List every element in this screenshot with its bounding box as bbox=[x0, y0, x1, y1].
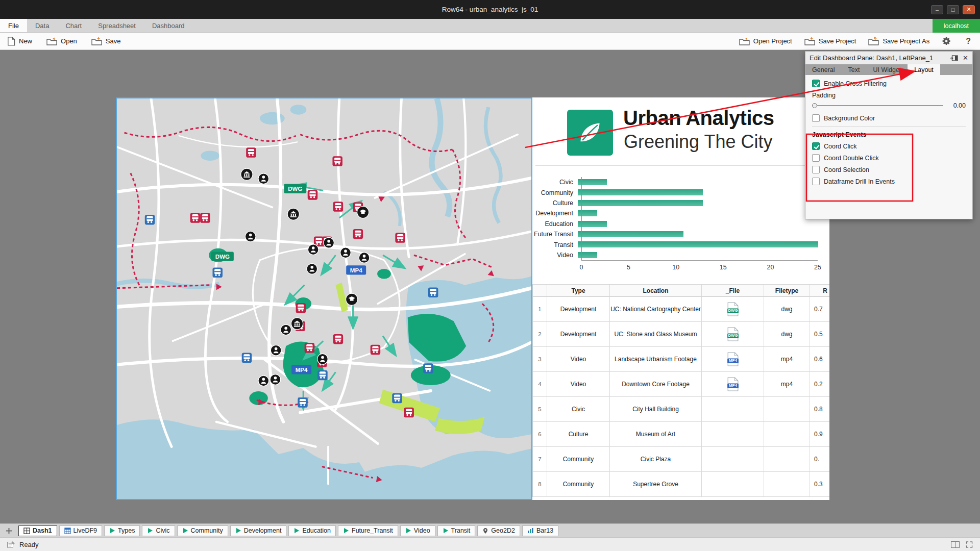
cell-row-number[interactable]: 1 bbox=[533, 297, 547, 322]
cell-filetype[interactable] bbox=[764, 447, 810, 472]
save-project-button[interactable]: Save Project bbox=[804, 37, 856, 45]
map-marker-bank[interactable] bbox=[287, 208, 299, 220]
map-marker-bus-blue[interactable] bbox=[298, 397, 307, 408]
cell-type[interactable]: Video bbox=[547, 372, 610, 397]
table-row[interactable]: 8CommunitySupertree Grove0.3 bbox=[533, 472, 829, 497]
checkbox-background-color[interactable]: Background Color bbox=[812, 114, 966, 122]
map-marker-dwg[interactable]: DWG bbox=[211, 252, 234, 261]
table-header--file[interactable]: _File bbox=[702, 285, 764, 297]
table-row[interactable]: 2DevelopmentUC: Stone and Glass MuseumDW… bbox=[533, 322, 829, 347]
chart-bar-civic[interactable] bbox=[578, 179, 607, 185]
chart-bar-future-transit[interactable] bbox=[578, 231, 683, 237]
map-marker-bus-red[interactable] bbox=[371, 345, 380, 355]
map-marker-bus-blue[interactable] bbox=[212, 268, 222, 278]
sheet-tab-video[interactable]: Video bbox=[400, 525, 435, 536]
cell-type[interactable]: Video bbox=[547, 347, 610, 372]
table-row[interactable]: 6CultureMuseum of Art0.9 bbox=[533, 422, 829, 447]
panel-tab-general[interactable]: General bbox=[805, 64, 841, 75]
checkbox-coord-click[interactable]: Coord Click bbox=[812, 142, 966, 150]
cell-file[interactable] bbox=[702, 447, 764, 472]
dataframe-drill-in-events-checkbox[interactable] bbox=[812, 178, 820, 185]
cell-r[interactable]: 0.8 bbox=[810, 397, 829, 422]
chart-bar-video[interactable] bbox=[578, 252, 597, 258]
close-button[interactable]: ✕ bbox=[963, 5, 975, 14]
cell-location[interactable]: Downtown Core Footage bbox=[610, 372, 702, 397]
cell-file[interactable]: DWG bbox=[702, 322, 764, 347]
map-marker-bus-red[interactable] bbox=[305, 343, 314, 353]
cell-filetype[interactable]: mp4 bbox=[764, 372, 810, 397]
sheet-tab-transit[interactable]: Transit bbox=[437, 525, 476, 536]
sheet-tab-community[interactable]: Community bbox=[177, 525, 228, 536]
map-marker-bus-red[interactable] bbox=[308, 190, 317, 200]
chart-bar-transit[interactable] bbox=[578, 241, 818, 247]
cell-file[interactable]: MP4 bbox=[702, 347, 764, 372]
slider-knob[interactable] bbox=[812, 103, 817, 108]
map-marker-person[interactable] bbox=[307, 264, 317, 274]
cell-filetype[interactable] bbox=[764, 422, 810, 447]
background-color-checkbox[interactable] bbox=[812, 114, 820, 122]
coord-click-checkbox[interactable] bbox=[812, 142, 820, 150]
cell-filetype[interactable]: dwg bbox=[764, 322, 810, 347]
open-project-button[interactable]: Open Project bbox=[739, 37, 792, 45]
table-header-row-number[interactable] bbox=[533, 285, 547, 297]
sheet-tab-bar13[interactable]: Bar13 bbox=[522, 525, 558, 536]
checkbox-coord-double-click[interactable]: Coord Double Click bbox=[812, 154, 966, 162]
panel-tab-ui-widget[interactable]: UI Widget bbox=[866, 64, 908, 75]
chart-bar-community[interactable] bbox=[578, 189, 703, 195]
cell-r[interactable]: 0. bbox=[810, 447, 829, 472]
cell-r[interactable]: 0.9 bbox=[810, 422, 829, 447]
menu-item-chart[interactable]: Chart bbox=[57, 19, 90, 32]
cell-location[interactable]: Supertree Grove bbox=[610, 472, 702, 497]
menu-item-data[interactable]: Data bbox=[27, 19, 57, 32]
cell-r[interactable]: 0.2 bbox=[810, 372, 829, 397]
cell-row-number[interactable]: 6 bbox=[533, 422, 547, 447]
map-marker-bus-red[interactable] bbox=[332, 156, 342, 166]
cell-type[interactable]: Community bbox=[547, 472, 610, 497]
sheet-tab-development[interactable]: Development bbox=[230, 525, 287, 536]
cell-row-number[interactable]: 3 bbox=[533, 347, 547, 372]
map-marker-person[interactable] bbox=[281, 324, 291, 335]
map-marker-bus-red[interactable] bbox=[395, 233, 405, 243]
map-marker-person[interactable] bbox=[258, 173, 269, 184]
cell-location[interactable]: Museum of Art bbox=[610, 422, 702, 447]
cell-filetype[interactable]: dwg bbox=[764, 297, 810, 322]
padding-slider[interactable] bbox=[812, 102, 943, 109]
map-marker-bus-blue[interactable] bbox=[242, 353, 252, 363]
cell-location[interactable]: UC: Stone and Glass Museum bbox=[610, 322, 702, 347]
cell-file[interactable] bbox=[702, 472, 764, 497]
map-marker-mp4[interactable]: MP4 bbox=[291, 365, 311, 374]
map-marker-bank[interactable] bbox=[241, 168, 253, 180]
sheet-tab-geo2d2[interactable]: Geo2D2 bbox=[477, 525, 520, 536]
cell-row-number[interactable]: 2 bbox=[533, 322, 547, 347]
chart-bar-education[interactable] bbox=[578, 221, 607, 227]
map-marker-person[interactable] bbox=[308, 244, 318, 255]
table-row[interactable]: 7CommunityCivic Plaza0. bbox=[533, 447, 829, 472]
map-marker-grad[interactable] bbox=[346, 293, 358, 305]
help-icon[interactable]: ? bbox=[964, 37, 973, 46]
map-marker-bus-red[interactable] bbox=[296, 303, 306, 313]
panel-close-icon[interactable]: ✕ bbox=[963, 55, 968, 61]
save-button[interactable]: Save bbox=[91, 37, 121, 45]
checkbox-coord-selection[interactable]: Coord Selection bbox=[812, 166, 966, 173]
map-marker-person[interactable] bbox=[340, 247, 351, 258]
coord-double-click-checkbox[interactable] bbox=[812, 154, 820, 162]
cell-filetype[interactable]: mp4 bbox=[764, 347, 810, 372]
table-header-r[interactable]: R bbox=[810, 285, 829, 297]
cell-row-number[interactable]: 8 bbox=[533, 472, 547, 497]
cell-type[interactable]: Civic bbox=[547, 397, 610, 422]
map-marker-person[interactable] bbox=[317, 354, 328, 364]
minimize-button[interactable]: – bbox=[931, 5, 943, 14]
cell-type[interactable]: Development bbox=[547, 297, 610, 322]
menu-item-dashboard[interactable]: Dashboard bbox=[144, 19, 193, 32]
cell-location[interactable]: Landscape Urbanism Footage bbox=[610, 347, 702, 372]
table-row[interactable]: 3VideoLandscape Urbanism FootageMP4mp40.… bbox=[533, 347, 829, 372]
cell-location[interactable]: Civic Plaza bbox=[610, 447, 702, 472]
city-map[interactable]: DWGDWGMP4MP4 bbox=[117, 98, 531, 499]
cell-type[interactable]: Development bbox=[547, 322, 610, 347]
data-table[interactable]: TypeLocation_FileFiletypeR 1DevelopmentU… bbox=[532, 284, 829, 497]
map-marker-person[interactable] bbox=[245, 231, 256, 242]
map-marker-bus-blue[interactable] bbox=[392, 393, 402, 404]
bar-chart[interactable]: CivicCommunityCultureDevelopmentEducatio… bbox=[532, 177, 818, 272]
map-pane[interactable]: DWGDWGMP4MP4 bbox=[116, 97, 532, 500]
cell-row-number[interactable]: 7 bbox=[533, 447, 547, 472]
